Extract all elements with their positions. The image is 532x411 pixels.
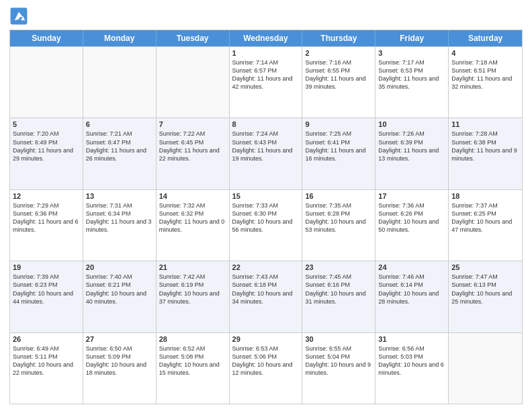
calendar-header: SundayMondayTuesdayWednesdayThursdayFrid… <box>10 30 522 46</box>
day-info: Sunrise: 7:18 AM Sunset: 6:51 PM Dayligh… <box>451 58 519 91</box>
calendar-cell-r2c1: 13Sunrise: 7:31 AM Sunset: 6:34 PM Dayli… <box>83 190 157 261</box>
day-number: 26 <box>13 335 80 343</box>
calendar-cell-r1c2: 7Sunrise: 7:22 AM Sunset: 6:45 PM Daylig… <box>157 118 230 189</box>
calendar-cell-r0c0 <box>10 47 83 118</box>
day-info: Sunrise: 7:28 AM Sunset: 6:38 PM Dayligh… <box>451 130 519 163</box>
header-day-monday: Monday <box>83 30 157 46</box>
calendar-cell-r3c6: 25Sunrise: 7:47 AM Sunset: 6:13 PM Dayli… <box>449 261 522 332</box>
day-info: Sunrise: 7:29 AM Sunset: 6:36 PM Dayligh… <box>13 201 80 234</box>
day-info: Sunrise: 6:52 AM Sunset: 5:08 PM Dayligh… <box>159 345 226 377</box>
calendar-cell-r2c5: 17Sunrise: 7:36 AM Sunset: 6:26 PM Dayli… <box>375 190 449 261</box>
day-info: Sunrise: 7:40 AM Sunset: 6:21 PM Dayligh… <box>86 273 153 306</box>
day-number: 5 <box>13 120 80 128</box>
calendar-cell-r1c1: 6Sunrise: 7:21 AM Sunset: 6:47 PM Daylig… <box>83 118 157 189</box>
calendar-cell-r1c3: 8Sunrise: 7:24 AM Sunset: 6:43 PM Daylig… <box>230 118 303 189</box>
day-info: Sunrise: 7:35 AM Sunset: 6:28 PM Dayligh… <box>305 201 372 234</box>
calendar-cell-r4c2: 28Sunrise: 6:52 AM Sunset: 5:08 PM Dayli… <box>157 333 230 404</box>
day-number: 28 <box>159 335 226 343</box>
calendar-cell-r3c4: 23Sunrise: 7:45 AM Sunset: 6:16 PM Dayli… <box>302 261 375 332</box>
calendar-cell-r0c2 <box>157 47 230 118</box>
calendar-cell-r0c3: 1Sunrise: 7:14 AM Sunset: 6:57 PM Daylig… <box>230 47 303 118</box>
logo-icon <box>9 7 28 26</box>
day-info: Sunrise: 6:56 AM Sunset: 5:03 PM Dayligh… <box>378 345 445 377</box>
day-number: 16 <box>305 192 372 200</box>
day-number: 19 <box>13 263 80 271</box>
day-number: 4 <box>451 49 519 57</box>
calendar-cell-r1c5: 10Sunrise: 7:26 AM Sunset: 6:39 PM Dayli… <box>375 118 449 189</box>
calendar-row-3: 19Sunrise: 7:39 AM Sunset: 6:23 PM Dayli… <box>10 261 522 332</box>
calendar-cell-r4c0: 26Sunrise: 6:49 AM Sunset: 5:11 PM Dayli… <box>10 333 83 404</box>
header-day-sunday: Sunday <box>10 30 83 46</box>
day-info: Sunrise: 7:24 AM Sunset: 6:43 PM Dayligh… <box>232 130 300 163</box>
day-number: 6 <box>86 120 153 128</box>
calendar-cell-r3c1: 20Sunrise: 7:40 AM Sunset: 6:21 PM Dayli… <box>83 261 157 332</box>
day-number: 23 <box>305 263 372 271</box>
header-day-thursday: Thursday <box>302 30 375 46</box>
header-day-wednesday: Wednesday <box>230 30 303 46</box>
day-info: Sunrise: 6:55 AM Sunset: 5:04 PM Dayligh… <box>305 345 372 377</box>
day-info: Sunrise: 6:53 AM Sunset: 5:06 PM Dayligh… <box>232 345 300 377</box>
day-number: 7 <box>159 120 226 128</box>
day-info: Sunrise: 6:50 AM Sunset: 5:09 PM Dayligh… <box>86 345 153 377</box>
calendar-cell-r0c4: 2Sunrise: 7:16 AM Sunset: 6:55 PM Daylig… <box>302 47 375 118</box>
header-day-tuesday: Tuesday <box>157 30 230 46</box>
calendar-cell-r3c3: 22Sunrise: 7:43 AM Sunset: 6:18 PM Dayli… <box>230 261 303 332</box>
day-number: 31 <box>378 335 445 343</box>
day-number: 30 <box>305 335 372 343</box>
calendar-row-2: 12Sunrise: 7:29 AM Sunset: 6:36 PM Dayli… <box>10 189 522 261</box>
calendar-cell-r4c4: 30Sunrise: 6:55 AM Sunset: 5:04 PM Dayli… <box>302 333 375 404</box>
day-number: 22 <box>232 263 300 271</box>
day-number: 12 <box>13 192 80 200</box>
calendar-cell-r1c0: 5Sunrise: 7:20 AM Sunset: 6:49 PM Daylig… <box>10 118 83 189</box>
day-info: Sunrise: 6:49 AM Sunset: 5:11 PM Dayligh… <box>13 345 80 377</box>
logo <box>9 7 31 26</box>
day-number: 15 <box>232 192 300 200</box>
day-number: 24 <box>378 263 445 271</box>
day-number: 25 <box>451 263 519 271</box>
calendar-cell-r2c3: 15Sunrise: 7:33 AM Sunset: 6:30 PM Dayli… <box>230 190 303 261</box>
day-number: 11 <box>451 120 519 128</box>
day-info: Sunrise: 7:26 AM Sunset: 6:39 PM Dayligh… <box>378 130 445 163</box>
day-info: Sunrise: 7:32 AM Sunset: 6:32 PM Dayligh… <box>159 201 226 234</box>
day-info: Sunrise: 7:16 AM Sunset: 6:55 PM Dayligh… <box>305 58 372 91</box>
day-info: Sunrise: 7:14 AM Sunset: 6:57 PM Dayligh… <box>232 58 300 91</box>
day-number: 13 <box>86 192 153 200</box>
day-number: 27 <box>86 335 153 343</box>
calendar-row-4: 26Sunrise: 6:49 AM Sunset: 5:11 PM Dayli… <box>10 332 522 404</box>
calendar-cell-r4c3: 29Sunrise: 6:53 AM Sunset: 5:06 PM Dayli… <box>230 333 303 404</box>
calendar: SundayMondayTuesdayWednesdayThursdayFrid… <box>9 30 523 404</box>
calendar-row-1: 5Sunrise: 7:20 AM Sunset: 6:49 PM Daylig… <box>10 118 522 189</box>
day-info: Sunrise: 7:21 AM Sunset: 6:47 PM Dayligh… <box>86 130 153 163</box>
day-info: Sunrise: 7:33 AM Sunset: 6:30 PM Dayligh… <box>232 201 300 234</box>
day-info: Sunrise: 7:20 AM Sunset: 6:49 PM Dayligh… <box>13 130 80 163</box>
day-number: 2 <box>305 49 372 57</box>
calendar-body: 1Sunrise: 7:14 AM Sunset: 6:57 PM Daylig… <box>10 46 522 404</box>
day-number: 29 <box>232 335 300 343</box>
calendar-cell-r2c2: 14Sunrise: 7:32 AM Sunset: 6:32 PM Dayli… <box>157 190 230 261</box>
calendar-row-0: 1Sunrise: 7:14 AM Sunset: 6:57 PM Daylig… <box>10 46 522 118</box>
calendar-cell-r0c6: 4Sunrise: 7:18 AM Sunset: 6:51 PM Daylig… <box>449 47 522 118</box>
day-number: 14 <box>159 192 226 200</box>
header-day-saturday: Saturday <box>449 30 522 46</box>
header-day-friday: Friday <box>375 30 449 46</box>
day-info: Sunrise: 7:45 AM Sunset: 6:16 PM Dayligh… <box>305 273 372 306</box>
day-info: Sunrise: 7:39 AM Sunset: 6:23 PM Dayligh… <box>13 273 80 306</box>
day-info: Sunrise: 7:31 AM Sunset: 6:34 PM Dayligh… <box>86 201 153 234</box>
calendar-cell-r2c6: 18Sunrise: 7:37 AM Sunset: 6:25 PM Dayli… <box>449 190 522 261</box>
day-info: Sunrise: 7:42 AM Sunset: 6:19 PM Dayligh… <box>159 273 226 306</box>
day-info: Sunrise: 7:25 AM Sunset: 6:41 PM Dayligh… <box>305 130 372 163</box>
calendar-cell-r2c4: 16Sunrise: 7:35 AM Sunset: 6:28 PM Dayli… <box>302 190 375 261</box>
day-info: Sunrise: 7:43 AM Sunset: 6:18 PM Dayligh… <box>232 273 300 306</box>
day-info: Sunrise: 7:36 AM Sunset: 6:26 PM Dayligh… <box>378 201 445 234</box>
calendar-cell-r1c6: 11Sunrise: 7:28 AM Sunset: 6:38 PM Dayli… <box>449 118 522 189</box>
day-number: 9 <box>305 120 372 128</box>
calendar-cell-r0c5: 3Sunrise: 7:17 AM Sunset: 6:53 PM Daylig… <box>375 47 449 118</box>
calendar-cell-r2c0: 12Sunrise: 7:29 AM Sunset: 6:36 PM Dayli… <box>10 190 83 261</box>
page: SundayMondayTuesdayWednesdayThursdayFrid… <box>0 0 532 411</box>
day-number: 10 <box>378 120 445 128</box>
calendar-cell-r3c2: 21Sunrise: 7:42 AM Sunset: 6:19 PM Dayli… <box>157 261 230 332</box>
calendar-cell-r4c6 <box>449 333 522 404</box>
day-number: 21 <box>159 263 226 271</box>
day-info: Sunrise: 7:37 AM Sunset: 6:25 PM Dayligh… <box>451 201 519 234</box>
day-info: Sunrise: 7:47 AM Sunset: 6:13 PM Dayligh… <box>451 273 519 306</box>
